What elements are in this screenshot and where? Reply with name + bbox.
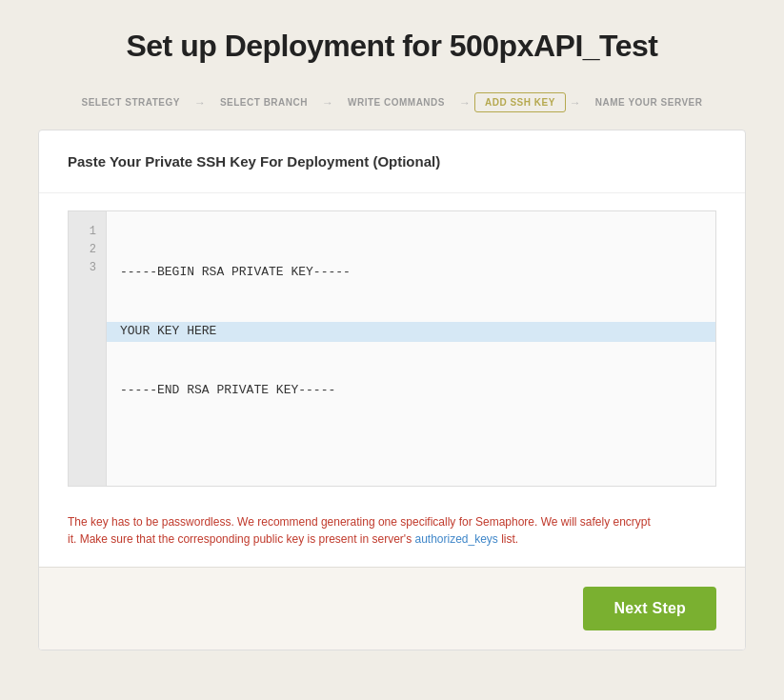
info-text: The key has to be passwordless. We recom… [39, 504, 745, 567]
main-card: Paste Your Private SSH Key For Deploymen… [38, 130, 746, 650]
arrow-2: → [322, 96, 333, 110]
card-bottom: Next Step [39, 567, 745, 650]
section-title: Paste Your Private SSH Key For Deploymen… [68, 153, 716, 170]
step-select-strategy[interactable]: SELECT STRATEGY [70, 92, 190, 112]
line-number-3: 3 [78, 259, 96, 277]
code-line-2: YOUR KEY HERE [107, 322, 715, 342]
next-step-button[interactable]: Next Step [583, 587, 716, 630]
ssh-key-editor[interactable]: 1 2 3 -----BEGIN RSA PRIVATE KEY----- YO… [68, 210, 716, 487]
page-title: Set up Deployment for 500pxAPI_Test [19, 29, 765, 64]
line-number-2: 2 [78, 241, 96, 259]
arrow-1: → [194, 96, 206, 110]
page-header: Set up Deployment for 500pxAPI_Test [0, 0, 784, 83]
step-name-your-server[interactable]: NAME YOUR SERVER [585, 92, 714, 112]
line-numbers: 1 2 3 [69, 211, 107, 486]
ssh-key-input[interactable]: -----BEGIN RSA PRIVATE KEY----- YOUR KEY… [107, 211, 715, 486]
code-line-3: -----END RSA PRIVATE KEY----- [120, 381, 702, 401]
line-number-1: 1 [78, 223, 96, 241]
arrow-3: → [459, 96, 471, 110]
authorized-keys-link: authorized_keys [414, 532, 497, 546]
stepper: SELECT STRATEGY → SELECT BRANCH → WRITE … [0, 83, 784, 130]
info-text-content-1: The key has to be passwordless. We recom… [68, 515, 651, 529]
step-write-commands[interactable]: WRITE COMMANDS [337, 92, 455, 112]
arrow-4: → [570, 96, 581, 110]
card-section-header: Paste Your Private SSH Key For Deploymen… [39, 130, 745, 193]
info-text-content-2: it. Make sure that the corresponding pub… [68, 532, 518, 546]
code-line-1: -----BEGIN RSA PRIVATE KEY----- [120, 263, 702, 283]
step-add-ssh-key[interactable]: ADD SSH KEY [474, 92, 566, 112]
step-select-branch[interactable]: SELECT BRANCH [210, 92, 318, 112]
